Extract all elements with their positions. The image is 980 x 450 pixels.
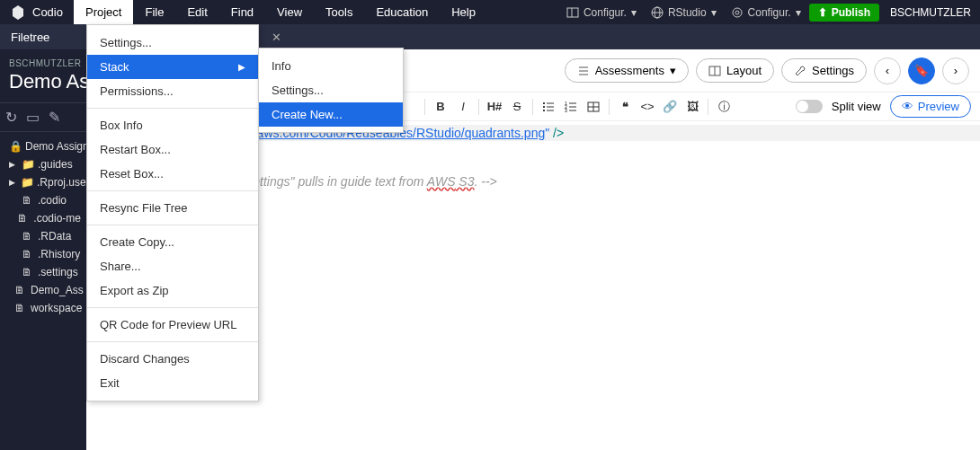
chevron-right-icon: › <box>954 64 958 77</box>
svg-rect-0 <box>567 8 578 17</box>
chevron-right-icon: ▶ <box>9 160 16 169</box>
bullet-list-button[interactable] <box>539 97 558 117</box>
menu-restart-box[interactable]: Restart Box... <box>87 137 258 162</box>
menu-education[interactable]: Education <box>364 0 440 24</box>
submenu-settings[interactable]: Settings... <box>259 78 403 102</box>
submenu-info[interactable]: Info <box>259 54 403 78</box>
menu-share[interactable]: Share... <box>87 254 258 278</box>
sidebar-icon-row: ↻ ▭ ✎ <box>0 102 86 132</box>
separator <box>708 99 708 115</box>
menu-tools[interactable]: Tools <box>314 0 364 24</box>
quote-button[interactable]: ❝ <box>615 97 635 117</box>
settings-button[interactable]: Settings <box>781 58 867 83</box>
separator <box>532 99 533 115</box>
separator <box>478 99 479 115</box>
table-icon <box>587 101 600 113</box>
file-codio[interactable]: 🗎.codio <box>0 191 86 209</box>
image-button[interactable]: 🖼 <box>682 97 702 117</box>
file-icon: 🗎 <box>17 212 28 225</box>
bookmark-button[interactable]: 🔖 <box>908 57 935 84</box>
italic-button[interactable]: I <box>453 97 473 117</box>
menu-find[interactable]: Find <box>219 0 265 24</box>
menu-discard[interactable]: Discard Changes <box>87 347 258 371</box>
menu-reset-box[interactable]: Reset Box... <box>87 162 258 186</box>
heading-button[interactable]: H# <box>485 97 504 117</box>
help-button[interactable]: ⓘ <box>714 97 734 117</box>
menu-box-info[interactable]: Box Info <box>87 113 258 137</box>
strikethrough-button[interactable]: S <box>507 97 527 117</box>
configure-gear-dropdown[interactable]: Configur. ▾ <box>725 6 807 19</box>
file-rhistory[interactable]: 🗎.Rhistory <box>0 245 86 263</box>
file-root[interactable]: 🔒Demo Assign <box>0 137 86 155</box>
menu-export-zip[interactable]: Export as Zip <box>87 278 258 303</box>
pencil-icon[interactable]: ✎ <box>49 109 60 126</box>
preview-button[interactable]: 👁 Preview <box>890 95 971 118</box>
file-icon: 🗎 <box>14 284 25 296</box>
file-codio-me[interactable]: 🗎.codio-me <box>0 209 86 227</box>
file-workspace[interactable]: 🗎workspace <box>0 299 86 317</box>
number-list-button[interactable]: 123 <box>561 97 581 117</box>
configure-panel-dropdown[interactable]: Configur. ▾ <box>560 6 643 19</box>
bullet-list-icon <box>542 101 555 113</box>
svg-point-12 <box>543 102 545 104</box>
folder-icon: 📁 <box>21 176 31 189</box>
file-tree-panel: BSCHMUTZLER Demo Assi ↻ ▭ ✎ 🔒Demo Assign… <box>0 49 86 450</box>
lock-icon: 🔒 <box>9 140 20 153</box>
publish-button[interactable]: ⬆ Publish <box>809 4 879 22</box>
split-view-toggle[interactable] <box>796 100 823 113</box>
link-button[interactable]: 🔗 <box>660 97 680 117</box>
close-tab-icon[interactable]: ✕ <box>272 31 281 44</box>
menu-create-copy[interactable]: Create Copy... <box>87 230 258 254</box>
menu-view[interactable]: View <box>265 0 314 24</box>
forward-button[interactable]: › <box>942 57 969 84</box>
menu-qr-code[interactable]: QR Code for Preview URL <box>87 313 258 337</box>
table-button[interactable] <box>584 97 603 117</box>
svg-point-14 <box>543 106 545 108</box>
caret-down-icon: ▾ <box>711 6 717 19</box>
project-dropdown: Settings... Stack ▶ Permissions... Box I… <box>86 24 259 401</box>
chevron-left-icon: ‹ <box>886 64 889 77</box>
folder-rproj[interactable]: ▶📁.Rproj.use <box>0 173 86 191</box>
file-demo-ass[interactable]: 🗎Demo_Ass <box>0 281 86 299</box>
menu-settings[interactable]: Settings... <box>87 31 258 55</box>
menu-permissions[interactable]: Permissions... <box>87 79 258 103</box>
menu-help[interactable]: Help <box>440 0 487 24</box>
menu-stack[interactable]: Stack ▶ <box>87 55 258 79</box>
rstudio-dropdown[interactable]: RStudio ▾ <box>645 6 723 19</box>
separator <box>87 108 258 109</box>
stack-submenu: Info Settings... Create New... <box>258 48 404 133</box>
wrench-icon <box>794 65 806 77</box>
menu-exit[interactable]: Exit <box>87 371 258 395</box>
assessments-button[interactable]: Assessments ▾ <box>565 58 689 83</box>
menu-resync[interactable]: Resync File Tree <box>87 196 258 220</box>
file-rdata[interactable]: 🗎.RData <box>0 227 86 245</box>
file-icon: 🗎 <box>22 230 32 243</box>
username-label[interactable]: BSCHMUTZLER <box>881 6 971 19</box>
back-button[interactable]: ‹ <box>874 57 901 84</box>
brand-name: Codio <box>32 5 63 19</box>
file-settings[interactable]: 🗎.settings <box>0 263 86 281</box>
bookmark-icon: 🔖 <box>914 64 929 77</box>
folder-guides[interactable]: ▶📁.guides <box>0 155 86 173</box>
layout-icon <box>708 65 721 77</box>
layout-button[interactable]: Layout <box>696 58 774 83</box>
upload-icon: ⬆ <box>818 6 827 19</box>
menu-project[interactable]: Project <box>74 0 133 24</box>
svg-text:3: 3 <box>565 108 567 113</box>
refresh-icon[interactable]: ↻ <box>5 109 17 126</box>
file-icon: 🗎 <box>14 302 25 314</box>
svg-point-5 <box>733 8 742 17</box>
panel-icon[interactable]: ▭ <box>26 109 40 126</box>
code-button[interactable]: <> <box>637 97 657 117</box>
right-controls: Split view 👁 Preview <box>796 95 971 118</box>
menu-edit[interactable]: Edit <box>175 0 218 24</box>
menu-file[interactable]: File <box>133 0 175 24</box>
submenu-create-new[interactable]: Create New... <box>259 102 403 127</box>
filetree-label: Filetree <box>11 31 49 44</box>
panel-icon <box>566 6 579 19</box>
bold-button[interactable]: B <box>431 97 450 117</box>
separator <box>87 190 258 191</box>
svg-point-16 <box>543 110 545 111</box>
file-list: 🔒Demo Assign ▶📁.guides ▶📁.Rproj.use 🗎.co… <box>0 132 86 317</box>
brand-logo[interactable]: Codio <box>0 0 74 24</box>
